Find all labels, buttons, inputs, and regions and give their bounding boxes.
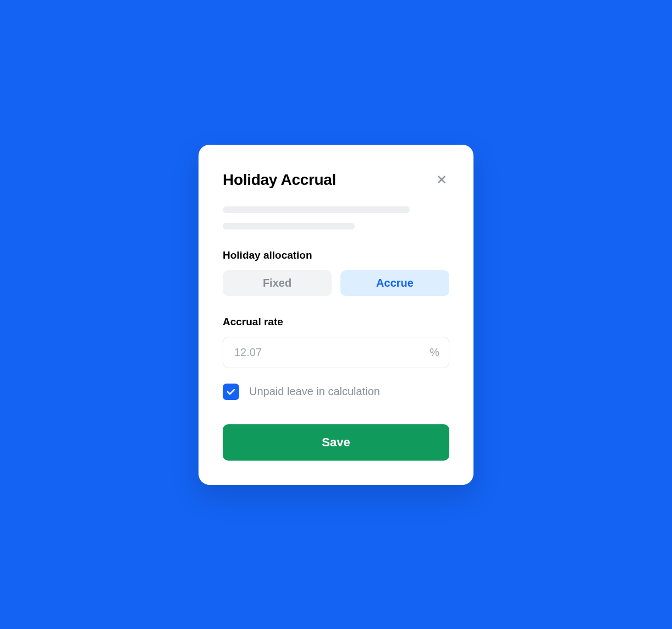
accrual-rate-label: Accrual rate <box>223 316 449 328</box>
modal-header: Holiday Accrual ✕ <box>223 171 449 189</box>
check-icon <box>227 389 235 395</box>
description-placeholder <box>223 206 449 229</box>
close-icon: ✕ <box>436 172 447 187</box>
toggle-fixed[interactable]: Fixed <box>223 270 332 296</box>
unpaid-leave-checkbox[interactable] <box>223 384 239 400</box>
accrual-rate-input[interactable] <box>223 337 449 368</box>
unpaid-leave-row: Unpaid leave in calculation <box>223 384 449 400</box>
close-button[interactable]: ✕ <box>434 171 449 189</box>
holiday-accrual-modal: Holiday Accrual ✕ Holiday allocation Fix… <box>199 145 473 485</box>
save-button[interactable]: Save <box>223 424 449 461</box>
unpaid-leave-label: Unpaid leave in calculation <box>249 385 380 398</box>
skeleton-line <box>223 223 355 229</box>
accrual-rate-field-wrap: % <box>223 337 449 368</box>
skeleton-line <box>223 206 410 213</box>
toggle-accrue[interactable]: Accrue <box>340 270 449 296</box>
allocation-toggle-group: Fixed Accrue <box>223 270 449 296</box>
modal-title: Holiday Accrual <box>223 171 336 189</box>
allocation-label: Holiday allocation <box>223 249 449 261</box>
